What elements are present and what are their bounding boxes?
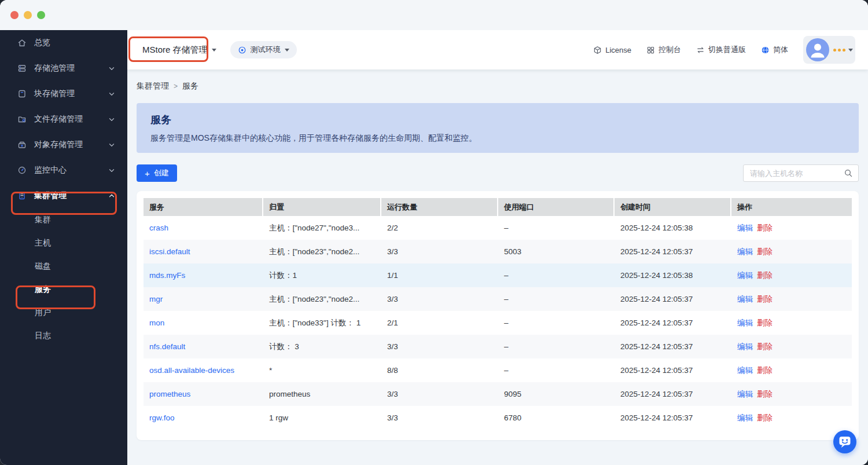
sidebar-subitem-log[interactable]: 日志 (0, 324, 127, 347)
sidebar-item-label: 块存储管理 (34, 89, 75, 99)
running-count-cell: 3/3 (381, 406, 498, 430)
sidebar-item-monitor-center[interactable]: 监控中心 (0, 158, 127, 183)
actions-cell: 编辑 删除 (731, 406, 852, 430)
sidebar-subitem-host[interactable]: 主机 (0, 232, 127, 255)
sidebar-item-label: 集群管理 (34, 191, 67, 201)
console-button[interactable]: 控制台 (646, 45, 681, 55)
sidebar-subitem-cluster[interactable]: 集群 (0, 208, 127, 232)
caret-down-icon (285, 49, 289, 52)
service-link[interactable]: iscsi.default (149, 247, 190, 256)
edit-link[interactable]: 编辑 (737, 318, 753, 328)
created-time-cell: 2025-12-24 12:05:38 (615, 216, 731, 240)
edit-link[interactable]: 编辑 (737, 247, 753, 257)
service-link[interactable]: mds.myFs (149, 271, 185, 280)
edit-link[interactable]: 编辑 (737, 413, 753, 423)
edit-link[interactable]: 编辑 (737, 342, 753, 352)
edit-link[interactable]: 编辑 (737, 270, 753, 281)
sidebar-item-file-storage[interactable]: 文件存储管理 (0, 107, 127, 132)
table-header-row: 服务 归置 运行数量 使用端口 创建时间 操作 (144, 198, 852, 216)
service-cell: crash (144, 216, 263, 240)
table-row: mgr 主机：["node23","node2... 3/3 – 2025-12… (144, 287, 852, 311)
port-cell: – (498, 287, 615, 311)
delete-link[interactable]: 删除 (757, 270, 773, 281)
sidebar-subitem-label: 日志 (35, 331, 51, 341)
service-link[interactable]: nfs.default (149, 342, 185, 351)
close-window-button[interactable] (10, 11, 19, 19)
switch-standard-version-button[interactable]: 切换普通版 (696, 45, 746, 55)
running-count-cell: 2/2 (381, 216, 498, 240)
actions-cell: 编辑 删除 (731, 358, 852, 382)
service-link[interactable]: osd.all-available-devices (149, 366, 234, 375)
sidebar-item-storage-pool[interactable]: 存储池管理 (0, 56, 127, 81)
storage-pool-icon (17, 64, 27, 73)
service-link[interactable]: rgw.foo (149, 413, 175, 422)
delete-link[interactable]: 删除 (757, 247, 773, 257)
user-account-menu[interactable] (803, 36, 855, 64)
chevron-down-icon (108, 115, 116, 123)
edit-link[interactable]: 编辑 (737, 223, 753, 233)
sidebar-subitem-service[interactable]: 服务 (0, 278, 127, 301)
running-count-cell: 3/3 (381, 287, 498, 311)
column-header-service: 服务 (144, 198, 263, 216)
license-button[interactable]: License (593, 46, 631, 54)
service-link[interactable]: mgr (149, 295, 163, 303)
sidebar-subitem-disk[interactable]: 磁盘 (0, 255, 127, 278)
service-link[interactable]: crash (149, 224, 168, 232)
edit-link[interactable]: 编辑 (737, 294, 753, 305)
page-title: 服务 (150, 113, 845, 127)
maximize-window-button[interactable] (37, 11, 45, 19)
search-input[interactable] (749, 169, 844, 178)
app-title: MStore 存储管理 (142, 45, 208, 56)
sidebar-item-block-storage[interactable]: 块存储管理 (0, 81, 127, 107)
column-header-placement: 归置 (263, 198, 381, 216)
cluster-icon (17, 191, 27, 200)
block-storage-icon (17, 89, 27, 98)
port-cell: 9095 (498, 382, 615, 406)
table-row: mds.myFs 计数：1 1/1 – 2025-12-24 12:05:38 … (144, 263, 852, 287)
delete-link[interactable]: 删除 (757, 413, 773, 423)
delete-link[interactable]: 删除 (757, 318, 773, 328)
support-chat-button[interactable] (833, 430, 856, 453)
placement-cell: prometheus (263, 382, 381, 406)
environment-selector[interactable]: 测试环境 (230, 41, 297, 58)
delete-link[interactable]: 删除 (757, 223, 773, 233)
sidebar-subitem-user[interactable]: 用户 (0, 301, 127, 324)
actions-cell: 编辑 删除 (731, 382, 852, 406)
breadcrumb-cluster-management[interactable]: 集群管理 (137, 81, 169, 91)
created-time-cell: 2025-12-24 12:05:37 (615, 358, 731, 382)
services-table: 服务 归置 运行数量 使用端口 创建时间 操作 crash 主机：["node2… (144, 198, 852, 430)
delete-link[interactable]: 删除 (757, 342, 773, 352)
sidebar-item-object-storage[interactable]: 对象存储管理 (0, 132, 127, 158)
monitor-icon (17, 166, 27, 175)
running-count-cell: 3/3 (381, 382, 498, 406)
created-time-cell: 2025-12-24 12:05:37 (615, 406, 731, 430)
table-row: rgw.foo 1 rgw 3/3 6780 2025-12-24 12:05:… (144, 406, 852, 430)
delete-link[interactable]: 删除 (757, 389, 773, 400)
minimize-window-button[interactable] (24, 11, 32, 19)
edit-link[interactable]: 编辑 (737, 365, 753, 376)
chat-bubble-icon (833, 430, 856, 453)
sidebar-item-cluster-management[interactable]: 集群管理 (0, 183, 127, 208)
breadcrumb-service: 服务 (182, 81, 198, 91)
service-link[interactable]: mon (149, 318, 164, 327)
created-time-cell: 2025-12-24 12:05:37 (615, 335, 731, 358)
home-icon (17, 38, 27, 47)
port-cell: 6780 (498, 406, 615, 430)
service-link[interactable]: prometheus (149, 390, 190, 398)
sidebar-item-overview[interactable]: 总览 (0, 30, 127, 56)
created-time-cell: 2025-12-24 12:05:37 (615, 287, 731, 311)
language-selector[interactable]: 简体 (761, 45, 788, 55)
delete-link[interactable]: 删除 (757, 294, 773, 305)
delete-link[interactable]: 删除 (757, 365, 773, 376)
app-title-dropdown[interactable]: MStore 存储管理 (138, 38, 221, 61)
table-row: osd.all-available-devices * 8/8 – 2025-1… (144, 358, 852, 382)
sidebar-item-label: 存储池管理 (34, 63, 75, 74)
sidebar-item-label: 监控中心 (34, 165, 67, 175)
edit-link[interactable]: 编辑 (737, 389, 753, 400)
file-storage-icon (17, 115, 27, 124)
search-icon[interactable] (844, 169, 853, 178)
actions-cell: 编辑 删除 (731, 311, 852, 335)
create-button[interactable]: + 创建 (137, 164, 177, 182)
sidebar-item-label: 文件存储管理 (34, 114, 83, 125)
placement-cell: 主机：["node27","node3... (263, 216, 381, 240)
